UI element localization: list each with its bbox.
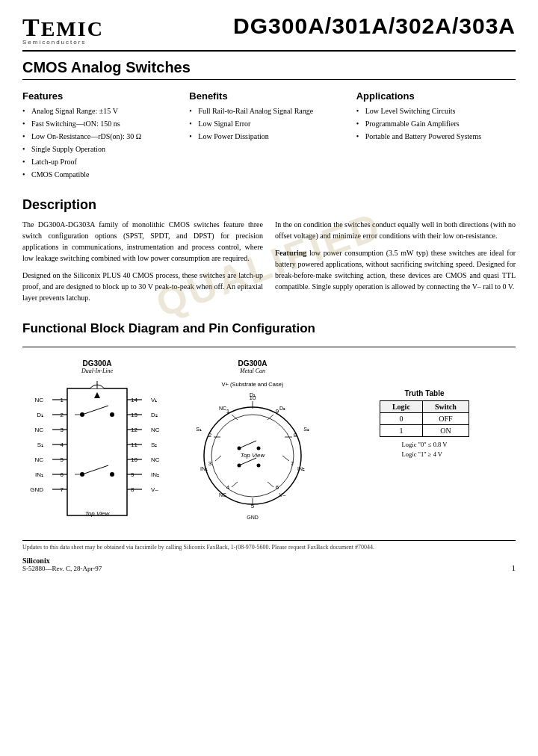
svg-text:NC: NC [34, 427, 43, 433]
svg-text:3: 3 [208, 460, 212, 467]
features-col: Features Analog Signal Range: ±15 V Fast… [22, 90, 182, 182]
benefits-col: Benefits Full Rail-to-Rail Analog Signal… [189, 90, 348, 182]
svg-text:NC: NC [151, 456, 160, 463]
featuring-text: Featuring [275, 249, 306, 257]
description-col2: In the on condition the switches conduct… [275, 219, 516, 309]
logo-t: T [22, 13, 41, 41]
svg-text:GND: GND [30, 486, 43, 493]
svg-text:V–: V– [279, 492, 286, 498]
footer-bottom: Siliconix S-52880—Rev. C, 28-Apr-97 1 [22, 557, 516, 572]
desc-p4: Featuring low power consumption (3.5 mW … [275, 247, 516, 292]
switch-off: OFF [422, 413, 469, 425]
features-list: Analog Signal Range: ±15 V Fast Switchin… [22, 106, 182, 180]
svg-text:7: 7 [61, 486, 64, 493]
svg-text:IN₁: IN₁ [35, 471, 43, 478]
truth-note: Logic "0" ≤ 0.8 V Logic "1" ≥ 4 V [402, 440, 448, 459]
svg-point-88 [257, 447, 261, 450]
svg-rect-0 [67, 388, 127, 515]
description-area: The DG300A-DG303A family of monolithic C… [22, 219, 516, 309]
svg-text:D₂: D₂ [151, 412, 158, 418]
svg-text:9: 9 [131, 471, 134, 478]
svg-text:6: 6 [276, 484, 279, 491]
description-title: Description [22, 197, 516, 213]
svg-text:2: 2 [61, 412, 64, 418]
company-logo: TEMIC [22, 13, 104, 42]
list-item: Low Level Switching Circuits [356, 106, 516, 117]
truth-col-logic: Logic [380, 401, 423, 413]
switch-on: ON [422, 425, 469, 437]
svg-text:IN₂: IN₂ [297, 466, 305, 471]
svg-text:5: 5 [61, 456, 64, 463]
product-title: CMOS Analog Switches [22, 59, 516, 76]
dip-label: DG300A [22, 359, 172, 368]
list-item: Portable and Battery Powered Systems [356, 131, 516, 142]
svg-text:13: 13 [131, 412, 137, 418]
benefits-list: Full Rail-to-Rail Analog Signal Range Lo… [189, 106, 348, 142]
applications-title: Applications [356, 90, 516, 102]
list-item: CMOS Compatible [22, 170, 182, 180]
svg-text:IN₂: IN₂ [151, 471, 159, 478]
svg-text:Top View: Top View [241, 452, 266, 459]
dip-diagram: DG300A Dual-In-Line [22, 359, 172, 528]
list-item: Single Supply Operation [22, 144, 182, 155]
description-section: Description The DG300A-DG303A family of … [22, 197, 516, 309]
truth-note2: Logic "1" ≥ 4 V [402, 450, 448, 459]
features-title: Features [22, 90, 182, 102]
svg-text:8: 8 [131, 486, 134, 493]
mc-sublabel: Metal Can [178, 368, 327, 374]
truth-table-section: Truth Table Logic Switch 0 OFF 1 ON [333, 359, 516, 459]
footer-note: Updates to this data sheet may be obtain… [22, 540, 516, 551]
svg-text:NC: NC [219, 492, 226, 498]
svg-text:D₁: D₁ [250, 392, 256, 397]
list-item: Low Signal Error [189, 119, 348, 129]
truth-col-switch: Switch [422, 401, 469, 413]
dip-svg: 1 2 3 4 5 6 7 14 13 12 11 10 9 8 NC D₁ N… [22, 377, 172, 527]
svg-text:4: 4 [226, 484, 230, 491]
mc-svg: V+ (Substrate and Case) 10 9 8 7 [178, 377, 327, 527]
desc-p1: The DG300A-DG303A family of monolithic C… [22, 219, 263, 264]
features-benefits-applications: Features Analog Signal Range: ±15 V Fast… [22, 90, 516, 182]
svg-text:3: 3 [61, 427, 64, 433]
svg-text:D₁: D₁ [37, 412, 43, 418]
table-row: 0 OFF [380, 413, 469, 425]
company-name: Siliconix [22, 557, 102, 565]
title-divider [22, 79, 516, 80]
svg-text:IN₁: IN₁ [200, 466, 208, 471]
svg-text:12: 12 [131, 427, 137, 433]
applications-col: Applications Low Level Switching Circuit… [356, 90, 516, 182]
fbd-section: Functional Block Diagram and Pin Configu… [22, 321, 516, 528]
svg-text:1: 1 [61, 397, 64, 403]
svg-point-44 [110, 412, 114, 417]
list-item: Low On-Resistance—rDS(on): 30 Ω [22, 131, 182, 142]
svg-text:D₂: D₂ [279, 406, 285, 411]
list-item: Latch-up Proof [22, 157, 182, 167]
svg-text:7: 7 [291, 460, 294, 467]
svg-text:GND: GND [247, 515, 259, 520]
logic-0: 0 [380, 413, 423, 425]
truth-table: Logic Switch 0 OFF 1 ON [380, 400, 469, 437]
svg-text:V+ (Substrate and Case): V+ (Substrate and Case) [222, 381, 284, 388]
table-row: 1 ON [380, 425, 469, 437]
svg-text:NC: NC [34, 456, 43, 463]
page-header: TEMIC Semiconductors DG300A/301A/302A/30… [22, 13, 516, 52]
benefits-title: Benefits [189, 90, 348, 102]
revision-info: S-52880—Rev. C, 28-Apr-97 [22, 565, 102, 572]
metal-can-diagram: DG300A Metal Can V+ (Substrate and Case)… [178, 359, 327, 528]
svg-text:S₁: S₁ [37, 441, 43, 448]
svg-text:11: 11 [131, 441, 137, 448]
logo-rest: EMIC [41, 17, 104, 40]
svg-text:V₁: V₁ [151, 397, 157, 403]
list-item: Analog Signal Range: ±15 V [22, 106, 182, 117]
list-item: Programmable Gain Amplifiers [356, 119, 516, 129]
truth-note1: Logic "0" ≤ 0.8 V [402, 440, 448, 450]
svg-text:NC: NC [151, 427, 160, 433]
mc-label: DG300A [178, 359, 327, 368]
page-number: 1 [512, 563, 516, 572]
dip-sublabel: Dual-In-Line [22, 368, 172, 374]
description-col1: The DG300A-DG303A family of monolithic C… [22, 219, 263, 309]
svg-text:Top View: Top View [85, 510, 111, 517]
desc-p3: In the on condition the switches conduct… [275, 219, 516, 241]
svg-text:V–: V– [151, 486, 158, 493]
fbd-divider [22, 347, 516, 347]
part-number: DG300A/301A/302A/303A [233, 13, 516, 39]
